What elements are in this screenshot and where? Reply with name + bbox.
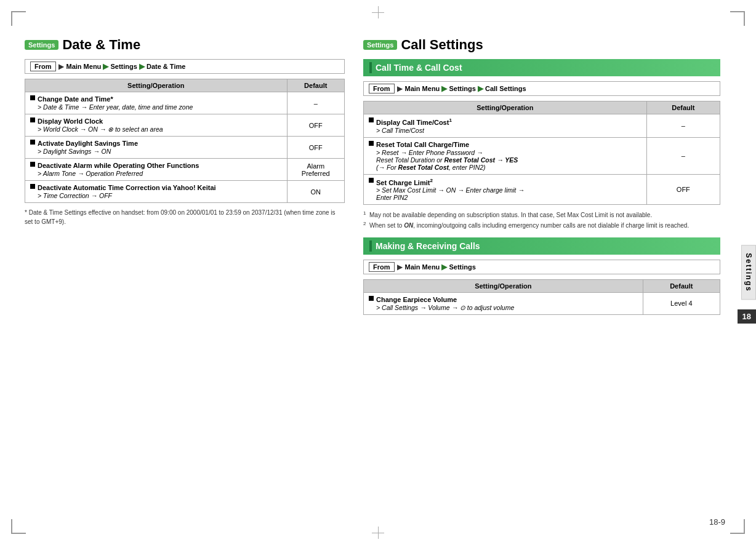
left-from-bar: From ▶ Main Menu ▶ Settings ▶ Date & Tim… — [25, 59, 345, 74]
right1-row-1-default: – — [646, 114, 720, 138]
corner-mark-br — [730, 519, 745, 534]
subsection-label-making: Making & Receiving Calls — [376, 241, 480, 251]
table-row: Display World Clock > World Clock → ON →… — [25, 114, 345, 137]
left-row-2-default: OFF — [287, 114, 345, 137]
bullet-icon — [30, 162, 35, 167]
right-settings-badge: Settings — [363, 40, 397, 50]
table-row: Activate Daylight Savings Time > Dayligh… — [25, 137, 345, 159]
bullet-icon — [369, 141, 374, 146]
right1-row-3-operation: Set Charge Limit2 > Set Max Cost Limit →… — [364, 174, 647, 205]
bullet-icon — [369, 117, 374, 122]
right2-col-default: Default — [643, 279, 720, 292]
left-row-5-default: ON — [287, 181, 345, 203]
right2-row-1-default: Level 4 — [643, 292, 720, 314]
bullet-icon — [369, 296, 374, 301]
left-section-title: Settings Date & Time — [25, 37, 345, 53]
right1-col-default: Default — [646, 101, 720, 114]
page-bottom-number: 18-9 — [709, 517, 725, 527]
right-from-arrow-2: ▶ — [397, 263, 403, 271]
left-row-2-operation: Display World Clock > World Clock → ON →… — [25, 114, 288, 137]
left-footnote: * Date & Time Settings effective on hand… — [25, 208, 345, 226]
side-tab: Settings — [741, 245, 756, 300]
left-row-1-operation: Change Date and Time* > Date & Time → En… — [25, 92, 288, 114]
left-from-arrow: ▶ — [58, 62, 64, 71]
page-container: Settings Date & Time From ▶ Main Menu ▶ … — [0, 0, 756, 344]
corner-mark-tl — [11, 11, 26, 26]
left-from-label: From — [30, 62, 56, 71]
table-row: Deactivate Alarm while Operating Other F… — [25, 159, 345, 181]
table-row: Display Call Time/Cost1 > Call Time/Cost… — [364, 114, 720, 138]
right-from-path-1: Main Menu ▶ Settings ▶ Call Settings — [405, 84, 526, 93]
left-title: Date & Time — [62, 37, 140, 53]
subsection-bar-icon-2 — [369, 241, 372, 252]
right2-row-1-operation: Change Earpiece Volume > Call Settings →… — [364, 292, 643, 314]
right1-row-2-operation: Reset Total Call Charge/Time > Reset → E… — [364, 137, 647, 174]
right-from-bar-1: From ▶ Main Menu ▶ Settings ▶ Call Setti… — [363, 81, 720, 96]
right1-row-1-operation: Display Call Time/Cost1 > Call Time/Cost — [364, 114, 647, 138]
subsection-bar-icon — [369, 62, 372, 73]
subsection-label-call-time: Call Time & Call Cost — [376, 63, 462, 73]
right1-row-3-default: OFF — [646, 174, 720, 205]
right-from-bar-2: From ▶ Main Menu ▶ Settings — [363, 260, 720, 274]
right-from-path-2: Main Menu ▶ Settings — [405, 263, 476, 271]
left-row-5-operation: Deactivate Automatic Time Correction via… — [25, 181, 288, 203]
left-settings-table: Setting/Operation Default Change Date an… — [25, 79, 345, 203]
table-row: Reset Total Call Charge/Time > Reset → E… — [364, 137, 720, 174]
corner-mark-tr — [730, 11, 745, 26]
right1-row-2-default: – — [646, 137, 720, 174]
right-from-arrow-1: ▶ — [397, 84, 403, 93]
corner-mark-bl — [11, 519, 26, 534]
right2-col-operation: Setting/Operation — [364, 279, 643, 292]
left-row-4-operation: Deactivate Alarm while Operating Other F… — [25, 159, 288, 181]
right-from-label-2: From — [369, 262, 395, 272]
right1-col-operation: Setting/Operation — [364, 101, 647, 114]
page-number-badge: 18 — [738, 309, 756, 324]
side-tab-label: Settings — [744, 253, 753, 292]
right-footnote-1: 1 May not be available depending on subs… — [363, 210, 720, 230]
left-col-default: Default — [287, 79, 345, 92]
table-row: Set Charge Limit2 > Set Max Cost Limit →… — [364, 174, 720, 205]
subsection-header-call-time: Call Time & Call Cost — [363, 59, 720, 76]
left-col-operation: Setting/Operation — [25, 79, 288, 92]
table-row: Deactivate Automatic Time Correction via… — [25, 181, 345, 203]
center-cross-bottom — [372, 527, 384, 539]
right-table-1: Setting/Operation Default Display Call T… — [363, 101, 720, 205]
left-settings-badge: Settings — [25, 40, 58, 50]
right-section-title: Settings Call Settings — [363, 37, 720, 53]
bullet-icon — [30, 140, 35, 145]
right-column: Settings Call Settings Call Time & Call … — [363, 37, 720, 320]
bullet-icon — [30, 95, 35, 100]
left-row-1-default: – — [287, 92, 345, 114]
left-row-4-default: AlarmPreferred — [287, 159, 345, 181]
left-row-3-default: OFF — [287, 137, 345, 159]
right-title: Call Settings — [401, 37, 483, 53]
table-row: Change Earpiece Volume > Call Settings →… — [364, 292, 720, 314]
bullet-icon — [30, 184, 35, 189]
subsection-header-making: Making & Receiving Calls — [363, 237, 720, 255]
bullet-icon — [369, 178, 374, 183]
left-from-path: Main Menu ▶ Settings ▶ Date & Time — [66, 62, 186, 71]
center-cross-top — [372, 6, 384, 18]
left-column: Settings Date & Time From ▶ Main Menu ▶ … — [25, 37, 345, 320]
bullet-icon — [30, 117, 35, 122]
right-from-label-1: From — [369, 84, 395, 93]
left-row-3-operation: Activate Daylight Savings Time > Dayligh… — [25, 137, 288, 159]
table-row: Change Date and Time* > Date & Time → En… — [25, 92, 345, 114]
right-table-2: Setting/Operation Default Change Earpiec… — [363, 279, 720, 315]
